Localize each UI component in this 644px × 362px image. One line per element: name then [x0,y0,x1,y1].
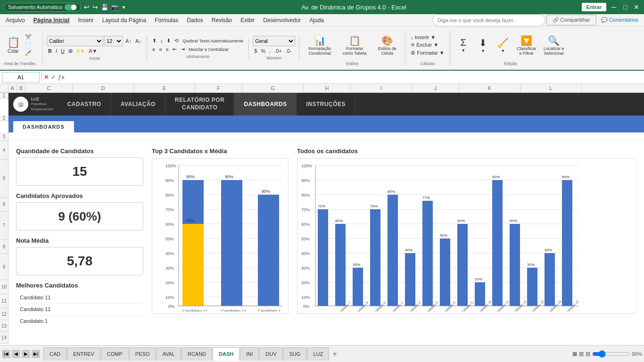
dropdown-icon[interactable]: ▼ [122,5,126,10]
menu-dados[interactable]: Dados [183,16,207,25]
wrap-text[interactable]: Quebrar Texto Automaticamente [181,38,245,44]
nav-instrucoes[interactable]: INSTRUÇÕES [297,93,355,115]
camera-icon[interactable]: 📷 [111,4,119,11]
autosave-toggle[interactable]: Salvamento Automático [4,3,81,12]
menu-formulas[interactable]: Fórmulas [151,16,182,25]
col-header-l[interactable]: L [520,84,582,92]
first-tab-button[interactable]: |◀ [2,350,10,358]
menu-exibir[interactable]: Exibir [237,16,258,25]
cut-button[interactable]: ✂️ [24,33,33,41]
col-header-j[interactable]: J [412,84,459,92]
col-header-c[interactable]: C [25,84,73,92]
col-header-d[interactable]: D [73,84,134,92]
format-painter-button[interactable]: 🖌️ [24,49,33,57]
menu-pagina-inicial[interactable]: Página Inicial [30,16,74,25]
comments-button[interactable]: 💬 Comentários [597,15,642,25]
number-format-select[interactable]: Geral [253,36,295,46]
sheet-tab-dash[interactable]: DASH [213,347,239,361]
autosave-pill[interactable] [65,4,77,10]
menu-layout[interactable]: Layout da Página [99,16,150,25]
menu-ajuda[interactable]: Ajuda [305,16,328,25]
undo-icon[interactable]: ↩ [84,3,90,11]
sheet-tab-luz[interactable]: LUZ [307,347,329,361]
view-page-break-icon[interactable]: ▤ [586,351,590,357]
borders-button[interactable]: ⊞ [67,48,74,55]
sheet-tab-peso[interactable]: PESO [129,347,156,361]
find-select-button[interactable]: 🔍 Localizar e Selecionar [541,31,567,60]
close-icon[interactable]: ✕ [633,3,640,11]
prev-tab-button[interactable]: ◀ [12,350,20,358]
col-header-a[interactable]: A [8,84,17,92]
entrar-button[interactable]: Entrar [582,3,606,11]
paste-button[interactable]: 📋 Colar [4,31,23,60]
search-input[interactable] [432,14,545,26]
col-header-h[interactable]: H [304,84,351,92]
comma-button[interactable]: , [268,48,272,54]
col-header-b[interactable]: B [17,84,25,92]
conditional-format-button[interactable]: 📊 Formatação Condicional [303,31,336,60]
sheet-tab-comp[interactable]: COMP [101,347,129,361]
nav-relatorio[interactable]: RELATÓRIO PORCANDIDATO [165,93,235,115]
share-button[interactable]: 🔗 Compartilhar [546,15,596,25]
align-left[interactable]: ≡ [151,46,157,53]
sheet-tab-cad[interactable]: CAD [43,347,66,361]
dashboards-tab-indicator[interactable]: DASHBOARDS [13,121,74,132]
nav-avaliacao[interactable]: AVALIAÇÃO [111,93,165,115]
text-direction[interactable]: ⟲ [173,37,180,44]
cell-styles-button[interactable]: 🎨 Estilos de Célula [373,31,401,60]
last-tab-button[interactable]: ▶| [32,350,40,358]
format-table-button[interactable]: 📋 Formatar como Tabela [338,31,371,60]
underline-button[interactable]: U [59,48,66,54]
zoom-slider[interactable] [592,350,630,358]
redo-icon[interactable]: ↪ [92,3,98,11]
insert-function-icon[interactable]: ƒx [58,74,65,81]
menu-arquivo[interactable]: Arquivo [2,16,29,25]
col-header-e[interactable]: E [134,84,195,92]
col-header-k[interactable]: K [459,84,520,92]
next-tab-button[interactable]: ▶ [22,350,30,358]
confirm-formula-icon[interactable]: ✓ [51,74,56,81]
currency-button[interactable]: $ [253,48,258,54]
delete-cells-button[interactable]: ✕ Excluir ▼ [409,41,446,49]
sheet-tab-ini[interactable]: INI [240,347,259,361]
fill-button[interactable]: ⬇ ▼ [474,31,493,60]
autosum-button[interactable]: Σ ▼ [454,31,473,60]
font-family-select[interactable]: Calibri [47,36,103,46]
font-color-button[interactable]: A▼ [87,48,99,54]
menu-inserir[interactable]: Inserir [74,16,97,25]
decimal-decrease[interactable]: .0- [284,48,293,54]
sheet-tab-duv[interactable]: DUV [259,347,282,361]
fill-color-button[interactable]: A▼ [75,48,86,54]
align-right[interactable]: ≡ [165,46,170,53]
view-normal-icon[interactable]: ▦ [572,351,577,357]
italic-button[interactable]: I [54,48,58,54]
cell-reference[interactable]: A1 [2,72,40,82]
format-cells-button[interactable]: ⚙ Formatar ▼ [409,49,446,57]
minimize-icon[interactable]: ─ [610,3,618,11]
font-size-increase[interactable]: A↑ [124,38,133,44]
font-size-select[interactable]: 12 [104,36,123,46]
sheet-tab-sug[interactable]: SUG [283,347,307,361]
sheet-tab-rcand[interactable]: RCAND [182,347,212,361]
align-middle[interactable]: ↕ [159,38,165,44]
indent-decrease[interactable]: ⇤ [171,46,178,53]
percent-button[interactable]: % [259,48,267,54]
menu-desenvolvedor[interactable]: Desenvolvedor [259,16,305,25]
nav-dashboards[interactable]: DASHBOARDS [234,93,297,115]
align-bottom[interactable]: ⬇ [165,37,172,44]
align-center[interactable]: ≡ [157,46,163,53]
merge-center[interactable]: Mesclar e Centralizar [187,47,230,52]
col-header-f[interactable]: F [195,84,242,92]
nav-cadastro[interactable]: CADASTRO [58,93,111,115]
decimal-increase[interactable]: .0+ [273,48,283,54]
insert-cells-button[interactable]: ↓ Inserir ▼ [409,34,446,41]
sheet-tab-entrev[interactable]: ENTREV [67,347,100,361]
indent-increase[interactable]: ⇥ [179,46,186,53]
view-layout-icon[interactable]: ▧ [579,351,584,357]
align-top[interactable]: ⬆ [151,37,158,44]
clear-button[interactable]: 🧹 ▼ [494,31,512,60]
font-size-decrease[interactable]: A↓ [134,38,143,44]
save-icon[interactable]: 💾 [101,4,108,11]
menu-revisao[interactable]: Revisão [208,16,236,25]
cancel-formula-icon[interactable]: ✕ [44,74,49,81]
